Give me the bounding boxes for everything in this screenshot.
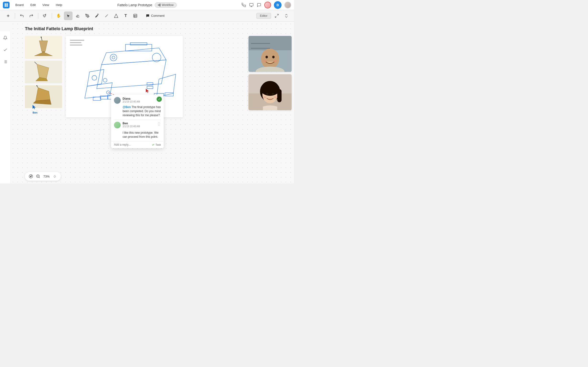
svg-marker-91 <box>30 175 32 177</box>
svg-line-7 <box>159 4 159 5</box>
menu-edit[interactable]: Edit <box>29 2 37 8</box>
svg-point-46 <box>110 54 117 61</box>
svg-line-21 <box>277 14 278 15</box>
svg-marker-50 <box>97 60 166 89</box>
pen-tool[interactable] <box>83 11 92 20</box>
phone-icon[interactable] <box>241 3 246 8</box>
menu-bar: Board Edit View Help Fattelo Lamp Protot… <box>0 0 294 10</box>
line-tool[interactable] <box>102 11 111 20</box>
lamp-thumb-3 <box>25 85 62 108</box>
svg-point-86 <box>266 93 268 95</box>
format-paint-button[interactable] <box>41 11 49 20</box>
doc-title-area: Fattelo Lamp Prototype Workflow <box>117 2 177 8</box>
header-right: B <box>241 1 291 9</box>
zoom-in-icon[interactable] <box>35 173 41 179</box>
add-button[interactable] <box>4 11 12 20</box>
shape-tool[interactable] <box>112 11 120 20</box>
divider-3 <box>52 13 52 19</box>
workflow-label: Workflow <box>162 3 174 7</box>
lamp-thumb-2 <box>25 61 62 83</box>
toolbar-right: Editor <box>256 12 290 20</box>
doc-title-text: Fattelo Lamp Prototype <box>117 3 152 7</box>
svg-line-22 <box>275 16 276 17</box>
ben-comment-text: I like this new prototype. We can procee… <box>111 130 164 141</box>
svg-marker-51 <box>87 69 104 86</box>
svg-rect-9 <box>250 3 253 6</box>
divider-1 <box>15 13 15 19</box>
redo-button[interactable] <box>27 11 36 20</box>
comment-button[interactable]: Comment <box>142 12 168 19</box>
ben-comment-meta: Ben 2/1/19 10:48 AM <box>122 122 155 128</box>
svg-point-14 <box>87 15 88 16</box>
svg-point-47 <box>112 56 115 59</box>
svg-rect-2 <box>5 5 6 7</box>
chat-icon[interactable] <box>257 3 261 8</box>
avatar-main[interactable]: B <box>274 1 282 9</box>
svg-rect-45 <box>130 43 147 45</box>
avatar-third[interactable] <box>285 2 291 8</box>
svg-point-88 <box>263 96 266 98</box>
svg-point-87 <box>272 93 274 95</box>
cursor-ben: Ben <box>33 105 38 114</box>
svg-marker-16 <box>114 14 118 17</box>
svg-point-4 <box>158 5 159 6</box>
text-tool[interactable]: T <box>121 11 130 20</box>
monitor-icon[interactable] <box>249 3 254 8</box>
toolbar: ✋ T Comment Editor <box>0 10 294 22</box>
left-sidebar <box>0 31 10 184</box>
task-label-text: Task <box>155 143 161 146</box>
svg-line-93 <box>39 177 40 178</box>
svg-point-78 <box>273 60 277 62</box>
svg-point-43 <box>36 85 37 86</box>
app-logo <box>3 2 9 8</box>
person-panel-2 <box>248 74 292 110</box>
select-tool[interactable] <box>64 11 73 20</box>
lamp-thumb-1 <box>25 36 62 59</box>
avatar-secondary[interactable] <box>264 2 271 8</box>
board-title: The Initial Fattelo Lamp Blueprint <box>25 26 93 31</box>
svg-rect-71 <box>251 48 270 49</box>
reply-input[interactable] <box>114 143 150 146</box>
svg-point-89 <box>274 96 277 98</box>
comment-resolved-badge: ✓ <box>156 97 162 102</box>
canvas-area[interactable]: The Initial Fattelo Lamp Blueprint <box>10 22 294 184</box>
svg-rect-57 <box>93 97 101 100</box>
workflow-button[interactable]: Workflow <box>155 2 177 8</box>
diana-comment-time: 2/1/19 10:46 AM <box>122 100 161 103</box>
svg-rect-85 <box>277 89 282 102</box>
note-tool[interactable] <box>131 11 139 20</box>
svg-point-5 <box>159 4 160 5</box>
sidebar-check-icon[interactable] <box>1 46 9 54</box>
sidebar-bell-icon[interactable] <box>1 34 9 42</box>
comment-more-icon[interactable]: ⋮ <box>157 122 161 126</box>
collapse-button[interactable] <box>283 12 290 20</box>
diana-comment-text: @Ben The final prototype has been comple… <box>111 105 164 119</box>
svg-point-72 <box>261 49 279 69</box>
ben-cursor-label: Ben <box>33 111 38 114</box>
divider-2 <box>38 13 38 19</box>
undo-button[interactable] <box>17 11 26 20</box>
zoom-reset-icon[interactable]: ○ <box>52 173 58 179</box>
sidebar-list-icon[interactable] <box>1 58 9 66</box>
expand-button[interactable] <box>273 12 281 20</box>
ben-comment-time: 2/1/19 10:48 AM <box>122 125 155 128</box>
eraser-tool[interactable] <box>74 11 82 20</box>
svg-point-52 <box>92 75 97 80</box>
editor-button[interactable]: Editor <box>256 13 271 19</box>
svg-line-8 <box>159 5 159 6</box>
main-content: The Initial Fattelo Lamp Blueprint <box>0 22 294 184</box>
marker-tool[interactable] <box>93 11 101 20</box>
menu-view[interactable]: View <box>41 2 50 8</box>
svg-rect-17 <box>134 14 137 17</box>
ben-comment-author: Ben <box>122 122 155 125</box>
comment-label: Comment <box>151 14 164 17</box>
diana-comment-header: Diana 2/1/19 10:46 AM <box>111 95 164 105</box>
task-label[interactable]: Task <box>152 143 161 146</box>
menu-help[interactable]: Help <box>54 2 64 8</box>
svg-point-6 <box>159 5 160 6</box>
menu-board[interactable]: Board <box>14 2 25 8</box>
hand-tool[interactable]: ✋ <box>54 11 63 20</box>
zoom-percent: 73% <box>42 175 51 178</box>
compass-icon[interactable] <box>28 173 34 179</box>
diana-comment-meta: Diana 2/1/19 10:46 AM <box>122 97 161 103</box>
